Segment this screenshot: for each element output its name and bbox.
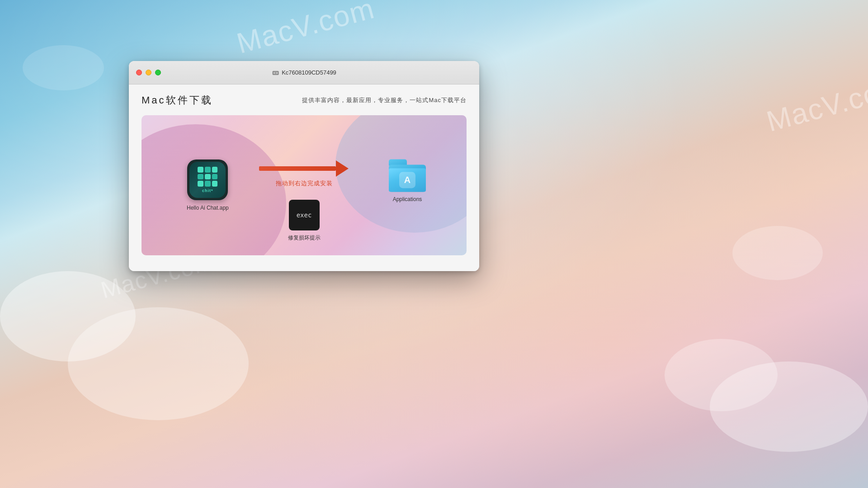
drag-instruction: 拖动到右边完成安装 [276, 179, 333, 188]
app-section: chit* Hello Ai Chat.app [187, 160, 229, 211]
dot-3 [212, 167, 218, 173]
cloud-5 [732, 226, 823, 280]
cloud-4 [710, 361, 868, 452]
applications-folder-icon[interactable]: A [389, 159, 426, 192]
dot-9 [212, 181, 218, 187]
chit-badge: chit* [202, 188, 213, 193]
applications-section: A Applications [389, 159, 426, 202]
watermark-top: MacV.com [233, 0, 378, 60]
titlebar: Kc7608109CD57499 [129, 61, 479, 84]
dot-6 [212, 174, 218, 180]
disk-image-icon [272, 69, 279, 76]
folder-front: A [389, 168, 426, 192]
dot-5 [205, 174, 211, 180]
applications-label: Applications [393, 196, 422, 202]
watermark-right: MacV.co [763, 76, 868, 138]
site-title: Mac软件下载 [142, 94, 213, 107]
arrow-head [336, 160, 349, 177]
window-header: Mac软件下载 提供丰富内容，最新应用，专业服务，一站式Mac下载平台 [142, 94, 467, 107]
window-content: Mac软件下载 提供丰富内容，最新应用，专业服务，一站式Mac下载平台 [129, 84, 479, 271]
site-subtitle: 提供丰富内容，最新应用，专业服务，一站式Mac下载平台 [302, 96, 467, 104]
app-filename: Hello Ai Chat.app [187, 205, 229, 211]
desktop: MacV.com MacV.com MacV.co Kc7608109CD574… [0, 0, 868, 488]
dot-4 [198, 174, 203, 180]
exec-icon[interactable]: exec [289, 200, 320, 230]
cloud-6 [23, 45, 104, 90]
window-title: Kc7608109CD57499 [282, 69, 336, 76]
dot-8 [205, 181, 211, 187]
traffic-lights [136, 70, 161, 75]
chit-grid [198, 167, 217, 187]
titlebar-center: Kc7608109CD57499 [272, 69, 336, 76]
dot-2 [205, 167, 211, 173]
exec-icon-text: exec [297, 211, 312, 219]
app-icon-inner: chit* [189, 162, 226, 198]
drag-arrow [259, 160, 349, 177]
dot-7 [198, 181, 203, 187]
exec-description: 修复损坏提示 [288, 234, 321, 242]
app-icon[interactable]: chit* [187, 160, 228, 200]
install-area: chit* Hello Ai Chat.app 拖动到右边完成安装 [142, 115, 467, 255]
svg-point-2 [275, 72, 276, 74]
dot-1 [198, 167, 203, 173]
arrow-section: 拖动到右边完成安装 [259, 160, 349, 188]
minimize-button[interactable] [146, 70, 151, 75]
cloud-2 [68, 307, 249, 420]
folder-a-glyph: A [404, 175, 410, 185]
arrow-line [259, 166, 336, 171]
maximize-button[interactable] [155, 70, 161, 75]
installer-window: Kc7608109CD57499 Mac软件下载 提供丰富内容，最新应用，专业服… [129, 61, 479, 271]
folder-app-symbol: A [399, 172, 415, 188]
exec-section: exec 修复损坏提示 [288, 200, 321, 242]
close-button[interactable] [136, 70, 142, 75]
